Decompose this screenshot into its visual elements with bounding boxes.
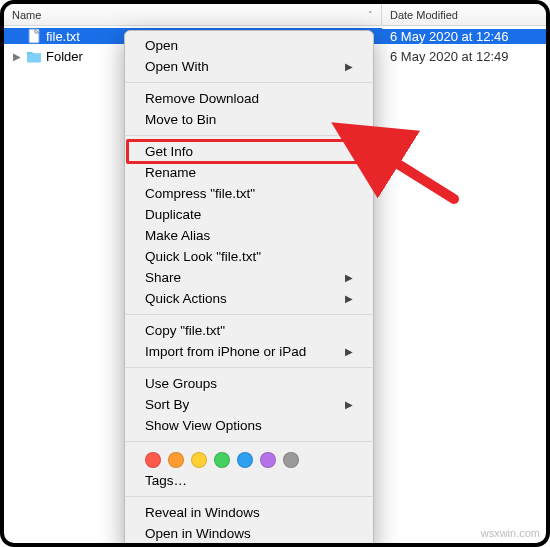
tag-color-orange[interactable]: [168, 452, 184, 468]
menu-separator: [126, 367, 372, 368]
column-date-label: Date Modified: [390, 9, 458, 21]
menu-quick-actions[interactable]: Quick Actions▶: [125, 288, 373, 309]
menu-open-with[interactable]: Open With▶: [125, 56, 373, 77]
menu-sort-by[interactable]: Sort By▶: [125, 394, 373, 415]
menu-import[interactable]: Import from iPhone or iPad▶: [125, 341, 373, 362]
menu-compress[interactable]: Compress "file.txt": [125, 183, 373, 204]
submenu-arrow-icon: ▶: [345, 293, 353, 304]
sort-ascending-icon: ˄: [368, 10, 373, 20]
submenu-arrow-icon: ▶: [345, 346, 353, 357]
menu-show-view-options[interactable]: Show View Options: [125, 415, 373, 436]
menu-copy[interactable]: Copy "file.txt": [125, 320, 373, 341]
submenu-arrow-icon: ▶: [345, 272, 353, 283]
menu-move-to-bin[interactable]: Move to Bin: [125, 109, 373, 130]
menu-quick-look[interactable]: Quick Look "file.txt": [125, 246, 373, 267]
menu-separator: [126, 135, 372, 136]
folder-icon: [26, 48, 42, 64]
menu-remove-download[interactable]: Remove Download: [125, 88, 373, 109]
menu-use-groups[interactable]: Use Groups: [125, 373, 373, 394]
menu-open-in-windows[interactable]: Open in Windows: [125, 523, 373, 544]
file-name: file.txt: [46, 29, 80, 44]
menu-duplicate[interactable]: Duplicate: [125, 204, 373, 225]
svg-line-3: [382, 154, 454, 199]
disclosure-triangle-icon[interactable]: ▶: [12, 51, 22, 62]
column-header: Name ˄ Date Modified: [4, 4, 546, 26]
file-date: 6 May 2020 at 12:49: [382, 49, 546, 64]
menu-tags[interactable]: Tags…: [125, 470, 373, 491]
menu-separator: [126, 314, 372, 315]
menu-tag-colors: [125, 447, 373, 470]
file-icon: [26, 28, 42, 44]
menu-make-alias[interactable]: Make Alias: [125, 225, 373, 246]
context-menu: Open Open With▶ Remove Download Move to …: [124, 30, 374, 547]
submenu-arrow-icon: ▶: [345, 61, 353, 72]
file-date: 6 May 2020 at 12:46: [382, 29, 546, 44]
submenu-arrow-icon: ▶: [345, 399, 353, 410]
tag-color-purple[interactable]: [260, 452, 276, 468]
tag-color-blue[interactable]: [237, 452, 253, 468]
column-date[interactable]: Date Modified: [382, 4, 546, 25]
menu-rename[interactable]: Rename: [125, 162, 373, 183]
tag-color-green[interactable]: [214, 452, 230, 468]
tag-color-yellow[interactable]: [191, 452, 207, 468]
column-name[interactable]: Name ˄: [4, 4, 382, 25]
menu-separator: [126, 441, 372, 442]
menu-separator: [126, 82, 372, 83]
tag-color-gray[interactable]: [283, 452, 299, 468]
menu-open[interactable]: Open: [125, 35, 373, 56]
watermark: wsxwin.com: [481, 527, 540, 539]
file-name: Folder: [46, 49, 83, 64]
column-name-label: Name: [12, 9, 41, 21]
menu-reveal-in-windows[interactable]: Reveal in Windows: [125, 502, 373, 523]
menu-get-info[interactable]: Get Info: [125, 141, 373, 162]
menu-separator: [126, 496, 372, 497]
menu-share[interactable]: Share▶: [125, 267, 373, 288]
tag-color-red[interactable]: [145, 452, 161, 468]
